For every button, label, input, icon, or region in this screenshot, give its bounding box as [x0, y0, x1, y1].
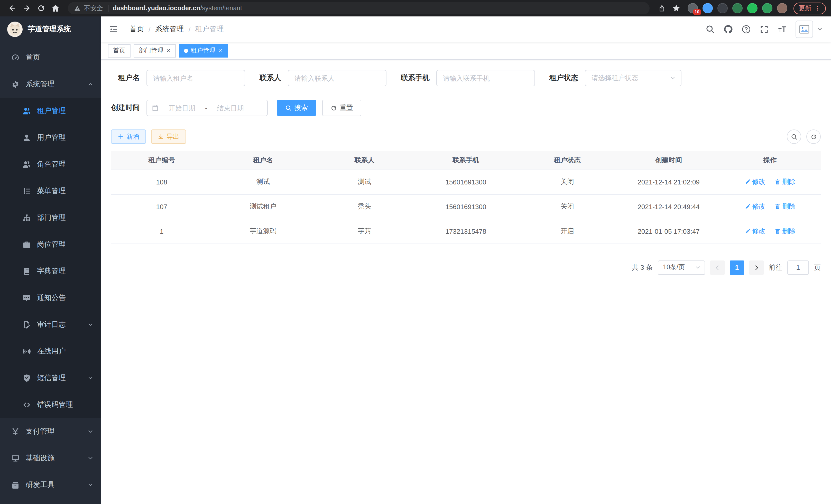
sidebar-item-online-users[interactable]: 在线用户	[0, 338, 101, 365]
page-size-select[interactable]: 10条/页	[658, 260, 705, 275]
sidebar-item-role[interactable]: 角色管理	[0, 151, 101, 178]
sidebar-group-system[interactable]: 系统管理	[0, 71, 101, 98]
sidebar-item-tenant[interactable]: 租户管理	[0, 98, 101, 124]
sidebar-item-post[interactable]: 岗位管理	[0, 231, 101, 258]
sidebar-group-infra[interactable]: 基础设施	[0, 445, 101, 472]
main-area: 首页 / 系统管理 / 租户管理	[101, 17, 831, 504]
export-button[interactable]: 导出	[151, 129, 186, 144]
font-size-button[interactable]	[778, 25, 787, 34]
export-button-label: 导出	[167, 132, 179, 141]
monitor-icon	[11, 454, 20, 463]
tab-close-button[interactable]	[166, 48, 171, 53]
start-date-input[interactable]	[162, 104, 202, 112]
cell-tenant-id: 1	[111, 219, 212, 243]
back-icon	[8, 4, 17, 12]
cell-actions: 修改 删除	[719, 219, 821, 243]
breadcrumb-system[interactable]: 系统管理	[155, 25, 184, 34]
filter-label: 租户状态	[549, 73, 578, 83]
help-button[interactable]	[742, 25, 751, 34]
table-header-row: 租户编号 租户名 联系人 联系手机 租户状态 创建时间 操作	[111, 151, 821, 170]
chevron-down-icon	[87, 428, 93, 435]
extension-icon-green[interactable]	[747, 3, 757, 13]
contact-input[interactable]	[288, 70, 386, 86]
browser-home-button[interactable]	[48, 1, 63, 16]
sidebar-group-devtools[interactable]: 研发工具	[0, 472, 101, 498]
add-button[interactable]: 新增	[111, 129, 146, 144]
kebab-menu-icon[interactable]	[814, 5, 821, 11]
browser-forward-button[interactable]	[20, 1, 34, 16]
edit-button[interactable]: 修改	[744, 227, 766, 236]
end-date-input[interactable]	[210, 104, 251, 112]
extension-icon-brown[interactable]	[777, 3, 787, 13]
filter-status: 租户状态 请选择租户状态	[549, 70, 682, 86]
edit-icon	[744, 228, 751, 234]
tab-tenant[interactable]: 租户管理	[179, 44, 228, 57]
filter-label: 租户名	[111, 73, 140, 83]
edit-button[interactable]: 修改	[744, 202, 766, 211]
sidebar-group-payment[interactable]: 支付管理	[0, 418, 101, 445]
sidebar-group-label: 审计日志	[37, 320, 66, 329]
sidebar-group-audit-log[interactable]: 审计日志	[0, 312, 101, 338]
url-path[interactable]: /system/tenant	[200, 5, 242, 12]
status-select[interactable]: 请选择租户状态	[585, 70, 682, 86]
breadcrumb-home[interactable]: 首页	[130, 25, 144, 34]
filter-create-time: 创建时间 -	[111, 100, 268, 116]
delete-button[interactable]: 删除	[774, 202, 796, 211]
filter-contact: 联系人	[260, 70, 386, 86]
url-domain[interactable]: dashboard.yudao.iocoder.cn	[113, 5, 200, 12]
date-range-picker[interactable]: -	[146, 100, 268, 116]
mobile-input[interactable]	[436, 70, 535, 86]
tenant-table: 租户编号 租户名 联系人 联系手机 租户状态 创建时间 操作 108 测试	[111, 151, 821, 244]
browser-reload-button[interactable]	[34, 1, 48, 16]
sidebar-item-label: 字典管理	[37, 267, 66, 276]
reset-button[interactable]: 重置	[322, 100, 361, 116]
tab-dept[interactable]: 部门管理	[134, 44, 176, 57]
github-link-button[interactable]	[724, 25, 733, 34]
edit-button[interactable]: 修改	[744, 177, 766, 186]
share-button[interactable]	[655, 1, 669, 16]
sidebar-item-home[interactable]: 首页	[0, 44, 101, 71]
chevron-down-icon	[670, 75, 676, 81]
sidebar-fold-button[interactable]	[109, 25, 118, 34]
address-bar[interactable]: 不安全 dashboard.yudao.iocoder.cn/system/te…	[68, 2, 650, 14]
page-number-button[interactable]: 1	[730, 260, 744, 275]
tab-home[interactable]: 首页	[108, 44, 131, 57]
sidebar-item-error-code[interactable]: 错误码管理	[0, 391, 101, 418]
toggle-search-button[interactable]	[787, 129, 801, 144]
sidebar-item-dict[interactable]: 字典管理	[0, 258, 101, 285]
jump-page-input[interactable]	[787, 260, 809, 275]
delete-button[interactable]: 删除	[774, 227, 796, 236]
extension-icon-dark[interactable]	[717, 3, 728, 13]
extension-icon-darkgreen[interactable]	[732, 3, 743, 13]
sidebar-item-dept[interactable]: 部门管理	[0, 205, 101, 231]
browser-back-button[interactable]	[5, 1, 20, 16]
tenant-name-input[interactable]	[146, 70, 245, 86]
sidebar-item-notice[interactable]: 通知公告	[0, 285, 101, 312]
toolbox-icon	[11, 481, 20, 489]
prev-page-button[interactable]	[710, 260, 725, 275]
search-button[interactable]: 搜索	[277, 100, 316, 116]
next-page-button[interactable]	[749, 260, 764, 275]
sidebar-item-menu[interactable]: 菜单管理	[0, 178, 101, 205]
avatar	[796, 21, 813, 38]
browser-update-button[interactable]: 更新	[794, 2, 826, 14]
security-label[interactable]: 不安全	[84, 4, 103, 12]
sidebar-item-user[interactable]: 用户管理	[0, 124, 101, 151]
tab-close-button[interactable]	[218, 48, 223, 53]
header-search-button[interactable]	[706, 25, 715, 34]
refresh-table-button[interactable]	[806, 129, 821, 144]
extension-icon-green2[interactable]	[762, 3, 772, 13]
page-size-value: 10条/页	[663, 263, 693, 272]
table-row: 1 芋道源码 芋艿 17321315478 开启 2021-01-05 17:0…	[111, 219, 821, 243]
bookmark-button[interactable]	[669, 1, 684, 16]
extension-icon-blue[interactable]	[703, 3, 713, 13]
sidebar-item-label: 租户管理	[37, 106, 66, 116]
sidebar-group-sms[interactable]: 短信管理	[0, 365, 101, 391]
fullscreen-button[interactable]	[760, 25, 769, 34]
delete-button[interactable]: 删除	[774, 177, 796, 186]
shield-check-icon	[23, 374, 31, 382]
app-logo[interactable]: 芋道管理系统	[0, 17, 101, 42]
user-menu[interactable]	[796, 21, 823, 38]
cell-status: 关闭	[516, 194, 618, 219]
extension-icon-grid[interactable]: 10	[688, 3, 698, 13]
